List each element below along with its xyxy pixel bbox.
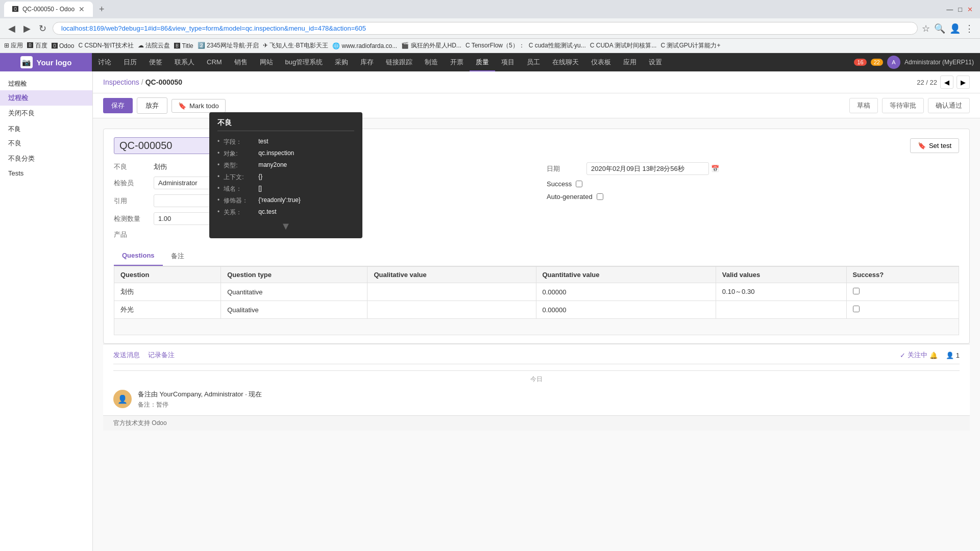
nav-employees[interactable]: 员工 [521,53,546,71]
footer: 官方技术支持 Odoo [103,415,970,431]
log-note-button[interactable]: 记录备注 [148,350,175,360]
user-display[interactable]: Administrator (MyERP11) [904,59,974,66]
gpu-bookmark[interactable]: C 测试GPU计算能力+ [660,41,720,50]
bookmark-icon[interactable]: ☆ [922,23,930,34]
badge-count-2[interactable]: 22 [871,59,883,66]
sidebar-item-tests[interactable]: Tests [0,166,92,180]
nav-bugs[interactable]: bug管理系统 [279,53,329,71]
popup-item-field: • 字段： test [217,136,354,148]
nav-apps[interactable]: 应用 [617,53,643,71]
nav-dashboard[interactable]: 仪表板 [585,53,617,71]
sidebar-item-defect-category[interactable]: 不良分类 [0,151,92,166]
nav-website[interactable]: 网站 [254,53,279,71]
tab-questions[interactable]: Questions [114,247,163,266]
csdn-bookmark[interactable]: C CSDN-智IT技术社 [78,41,134,50]
back-button[interactable]: ◀ [6,21,17,36]
avatar[interactable]: A [887,56,900,69]
new-tab-button[interactable]: + [95,4,109,15]
row1-success-checkbox[interactable] [853,288,860,294]
popup-item-type: • 类型: many2one [217,160,354,171]
nav-chat[interactable]: 在线聊天 [546,53,585,71]
nav-quality[interactable]: 质量 [470,53,495,71]
odoo-bookmark[interactable]: 🅾 Odoo [52,42,75,49]
prev-page-button[interactable]: ◀ [940,76,953,89]
cuda1-bookmark[interactable]: C cuda性能测试·yu... [529,41,586,50]
field-row-success: Success [547,180,959,188]
next-page-button[interactable]: ▶ [957,76,970,89]
sidebar-item-defect[interactable]: 不良 [0,136,92,151]
save-button[interactable]: 保存 [103,98,133,113]
badge-count-1[interactable]: 16 [854,59,866,66]
breadcrumb-parent[interactable]: Inspections [103,78,139,86]
today-divider: 今日 [113,370,960,384]
row2-success-checkbox[interactable] [853,306,860,312]
nav-crm[interactable]: CRM [201,53,228,71]
nav-notes[interactable]: 便签 [143,53,168,71]
mark-todo-button[interactable]: 🔖 Mark todo [172,99,226,113]
table-empty-row [114,319,959,335]
bt-bookmark[interactable]: ✈ 飞知人生·BT电影天王 [263,41,328,50]
cell-quantitative-1: 0.00000 [536,283,716,301]
discard-button[interactable]: 放弃 [137,97,167,114]
waiting-approval-button[interactable]: 等待审批 [882,98,924,113]
title-bookmark[interactable]: 🅱 Title [174,42,193,49]
chatter-entry: 👤 备注由 YourCompany, Administrator · 现在 备注… [113,390,960,409]
popup-title: 不良 [217,118,354,131]
cuda2-bookmark[interactable]: C CUDA 测试时间核算... [590,41,657,50]
nav-inventory[interactable]: 库存 [354,53,380,71]
send-message-button[interactable]: 发送消息 [113,350,140,360]
table-row[interactable]: 划伤 Quantitative 0.00000 0.10～0.30 [114,283,959,301]
nav-project[interactable]: 项目 [495,53,521,71]
nav-purchase[interactable]: 采购 [329,53,354,71]
nav-discuss[interactable]: 讨论 [92,53,117,71]
tf-bookmark[interactable]: C TensorFlow（5）： [465,41,525,50]
date-input[interactable] [586,162,709,175]
draft-button[interactable]: 草稿 [849,98,878,113]
browser-tab[interactable]: 🅾 QC-000050 - Odoo ✕ [4,2,93,17]
cell-success-1[interactable] [846,283,959,301]
nav-links-track[interactable]: 链接跟踪 [380,53,419,71]
address-bar[interactable] [53,22,918,35]
alien-bookmark[interactable]: 🎬 疯狂的外星人HD... [401,41,461,50]
tab-title: QC-000050 - Odoo [22,6,75,13]
nav-settings[interactable]: 设置 [643,53,668,71]
sidebar-item-process-inspection[interactable]: 过程检 [0,90,92,106]
forward-button[interactable]: ▶ [21,21,33,36]
tab-close-button[interactable]: ✕ [79,5,85,13]
cloud-bookmark[interactable]: ☁ 法院云盘 [138,41,170,50]
radio-bookmark[interactable]: 🌐 www.radiofarda.co... [332,42,397,49]
nav2345-bookmark[interactable]: 2️⃣ 2345网址导航·开启 [198,41,259,50]
nav-manufacturing[interactable]: 制造 [419,53,444,71]
nav-contacts[interactable]: 联系人 [168,53,201,71]
questions-table: Question Question type Qualitative value… [114,266,959,335]
confirm-pass-button[interactable]: 确认通过 [928,98,970,113]
members-number: 1 [956,352,960,359]
zoom-icon[interactable]: 🔍 [934,23,945,34]
nav-invoice[interactable]: 开票 [444,53,470,71]
sidebar-item-close-defect[interactable]: 关闭不良 [0,106,92,121]
form-tabs: Questions 备注 [114,247,959,266]
user-icon[interactable]: 👤 [949,23,961,34]
baidu-bookmark[interactable]: 🅱 百度 [27,41,47,50]
table-row[interactable]: 外光 Qualitative 0.00000 [114,301,959,319]
calendar-icon[interactable]: 📅 [711,165,719,172]
window-close[interactable]: ✕ [967,6,973,13]
tab-notes[interactable]: 备注 [163,247,192,266]
nav-sales[interactable]: 销售 [228,53,254,71]
follow-button[interactable]: ✓ 关注中 🔔 [900,350,938,360]
autogenerated-checkbox[interactable] [597,193,603,200]
set-test-button[interactable]: 🔖 Set test [910,138,959,153]
nav-calendar[interactable]: 日历 [117,53,143,71]
window-maximize[interactable]: □ [958,6,962,13]
success-checkbox[interactable] [576,181,582,187]
window-minimize[interactable]: — [946,6,953,13]
bell-icon: 🔔 [929,352,938,359]
menu-icon[interactable]: ⋮ [965,23,974,34]
apps-bookmark[interactable]: ⊞ 应用 [4,41,23,50]
cell-success-2[interactable] [846,301,959,319]
top-navigation: 📷 Your logo 讨论 日历 便签 联系人 CRM 销售 网站 bug管理… [0,53,980,71]
follow-label: 关注中 [908,350,927,360]
inspector-label: 检验员 [114,179,150,188]
field-row-autogenerated: Auto-generated [547,193,959,201]
refresh-button[interactable]: ↻ [37,21,48,36]
